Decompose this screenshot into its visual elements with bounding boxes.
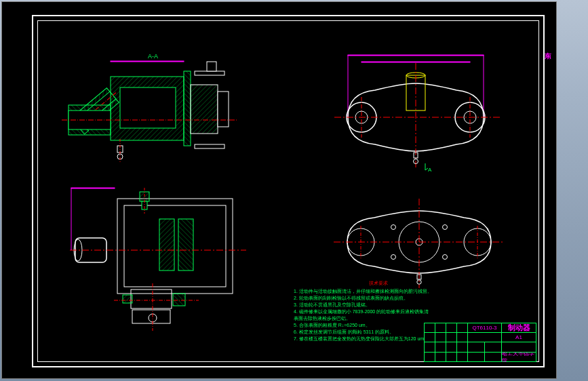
tb-cell (502, 342, 536, 351)
svg-rect-39 (124, 205, 226, 287)
svg-rect-7 (120, 87, 176, 128)
tb-cell (435, 353, 446, 362)
tb-cell (468, 333, 502, 342)
svg-rect-8 (184, 71, 191, 146)
tb-cell (425, 333, 435, 342)
tb-cell (457, 353, 468, 362)
view-top-plan: A (321, 49, 524, 178)
tb-cell (457, 333, 468, 342)
tb-cell (446, 353, 457, 362)
note-item: 3. 活动轮不贯通黑孔及空隙孔规铭。 (294, 302, 463, 308)
svg-rect-47 (131, 289, 172, 308)
notes-heading: 技术要求 (294, 280, 463, 287)
svg-rect-45 (159, 219, 174, 270)
note-item: 4. 磁件修来以金属细撒的小 7839-2000 的轮动修来后液检锈集清 (294, 308, 463, 315)
view-auxiliary (70, 185, 256, 341)
tb-organization: 哈工大华德学院 (502, 353, 536, 362)
svg-rect-12 (195, 144, 224, 148)
svg-rect-55 (71, 188, 115, 188)
tb-cell (485, 353, 502, 362)
tb-cell (435, 333, 446, 342)
tb-sheet-size: A1 (502, 333, 536, 342)
title-block: QT6110-3 制动器 A1 哈工大华德学院 (424, 323, 536, 362)
tb-cell (425, 323, 435, 332)
svg-rect-22 (361, 62, 470, 62)
tb-cell (485, 342, 502, 351)
note-item: 表面去除热液检步按巴铝。 (294, 315, 463, 322)
tb-part-name: 制动器 (502, 323, 536, 332)
svg-rect-11 (195, 71, 224, 75)
tb-cell (425, 353, 435, 362)
svg-point-61 (391, 225, 396, 230)
svg-rect-49 (173, 294, 185, 306)
svg-point-63 (391, 255, 396, 260)
tb-part-number: QT6110-3 (468, 323, 502, 332)
svg-rect-38 (117, 199, 233, 294)
svg-rect-10 (218, 92, 229, 127)
svg-rect-48 (123, 295, 132, 303)
tb-cell (435, 323, 446, 332)
note-item: 1. 活动件与活动接触面清洁，并仔细和擦抹检测面向的脏污残留。 (294, 288, 463, 295)
svg-rect-46 (178, 219, 193, 270)
cad-canvas[interactable]: 东南 A-A (1, 1, 557, 379)
view-section-a-a (62, 58, 252, 176)
tb-cell (468, 342, 485, 351)
tb-cell (435, 342, 446, 351)
svg-text:A: A (428, 167, 432, 173)
tb-cell (457, 323, 468, 332)
tb-cell (446, 342, 457, 351)
svg-point-64 (443, 255, 448, 260)
tb-cell (446, 323, 457, 332)
svg-rect-20 (111, 61, 184, 62)
svg-rect-21 (348, 55, 484, 56)
note-item: 2. 轮动表面的刮削检验以不得残留或表面的缺点损痕。 (294, 295, 463, 302)
tb-cell (468, 353, 485, 362)
tb-cell (446, 333, 457, 342)
svg-rect-9 (191, 85, 218, 134)
tb-cell (425, 342, 435, 351)
svg-rect-50 (132, 310, 170, 323)
svg-point-62 (443, 225, 448, 230)
svg-rect-13 (207, 62, 216, 71)
tb-cell (457, 342, 468, 351)
